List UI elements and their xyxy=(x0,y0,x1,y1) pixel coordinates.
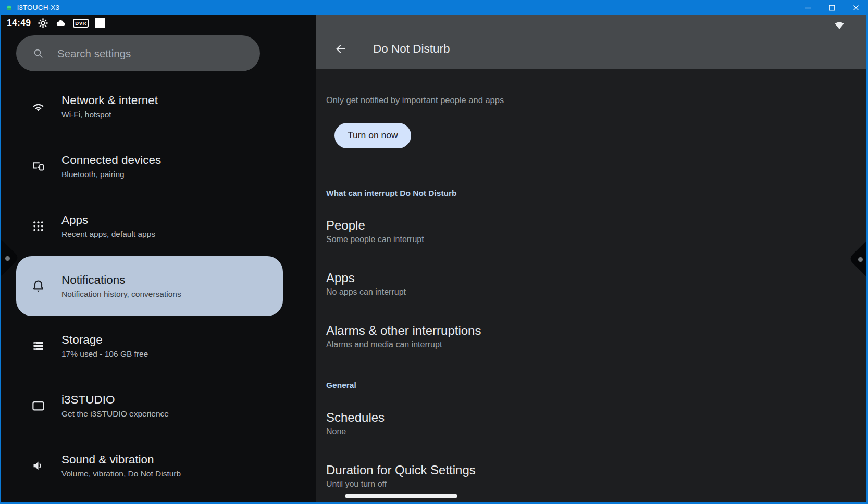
search-placeholder: Search settings xyxy=(57,47,131,60)
section-header: General xyxy=(326,380,866,390)
status-time: 14:49 xyxy=(7,18,31,29)
sidebar-item-sublabel: 17% used - 106 GB free xyxy=(61,349,148,359)
sidebar-item-label: Apps xyxy=(61,213,155,227)
wifi-signal-icon xyxy=(834,19,845,31)
white-square-icon xyxy=(95,18,105,28)
android-screen: 14:49 DVR Search settings Network & inte… xyxy=(1,15,866,502)
settings-item-label: Alarms & other interruptions xyxy=(326,322,866,339)
left-edge-handle-dot-icon xyxy=(5,256,10,261)
wifi-icon xyxy=(31,99,45,114)
sidebar-item-label: Notifications xyxy=(61,273,181,287)
settings-item-sublabel: No apps can interrupt xyxy=(326,286,866,298)
apps-grid-icon xyxy=(31,219,45,233)
storage-icon xyxy=(31,339,45,353)
dnd-detail-pane: Do Not Disturb Only get notified by impo… xyxy=(316,15,866,502)
settings-gear-icon xyxy=(38,18,48,29)
sidebar-item-storage[interactable]: Storage 17% used - 106 GB free xyxy=(1,316,316,376)
settings-item-sublabel: Until you turn off xyxy=(326,478,866,490)
search-settings-input[interactable]: Search settings xyxy=(16,35,260,71)
settings-item-people[interactable]: People Some people can interrupt xyxy=(326,217,866,245)
sidebar-item-sublabel: Recent apps, default apps xyxy=(61,229,155,239)
settings-item-sublabel: Some people can interrupt xyxy=(326,234,866,245)
sidebar-item-label: Storage xyxy=(61,333,148,347)
back-arrow-icon[interactable] xyxy=(334,43,347,55)
sidebar-item-apps[interactable]: Apps Recent apps, default apps xyxy=(1,196,316,256)
settings-item-label: Duration for Quick Settings xyxy=(326,462,866,478)
sidebar-item-sublabel: Bluetooth, pairing xyxy=(61,169,161,179)
settings-item-schedules[interactable]: Schedules None xyxy=(326,409,866,437)
sidebar-item-label: Sound & vibration xyxy=(61,453,181,467)
sidebar-item-network-internet[interactable]: Network & internet Wi-Fi, hotspot xyxy=(1,77,316,136)
minimize-button[interactable] xyxy=(796,0,820,15)
search-icon xyxy=(32,47,44,59)
sidebar-item-sublabel: Wi-Fi, hotspot xyxy=(61,109,158,119)
settings-item-apps[interactable]: Apps No apps can interrupt xyxy=(326,270,866,298)
sidebar-item-sound-vibration[interactable]: Sound & vibration Volume, vibration, Do … xyxy=(1,436,316,496)
settings-item-label: Schedules xyxy=(326,409,866,426)
titlebar-left: i3TOUCH-X3 xyxy=(0,3,59,12)
section-general: General Schedules None Duration for Quic… xyxy=(316,380,866,490)
close-icon xyxy=(853,5,859,11)
minimize-icon xyxy=(805,5,811,11)
window-border-left xyxy=(0,15,1,504)
window-title: i3TOUCH-X3 xyxy=(17,4,59,11)
bell-icon xyxy=(31,279,45,293)
settings-item-label: People xyxy=(326,217,866,234)
settings-item-alarms-other-interruptions[interactable]: Alarms & other interruptions Alarms and … xyxy=(326,322,866,350)
sidebar-item-label: Network & internet xyxy=(61,94,158,107)
maximize-icon xyxy=(829,5,835,11)
dvr-status-badge: DVR xyxy=(73,19,89,28)
detail-body: Only get notified by important people an… xyxy=(316,69,866,502)
section-what-can-interrupt-do-not-disturb: What can interrupt Do Not Disturb People… xyxy=(316,188,866,350)
detail-header: Do Not Disturb xyxy=(316,15,866,69)
sidebar-item-sublabel: Notification history, conversations xyxy=(61,289,181,299)
window-controls xyxy=(796,0,868,15)
cloud-icon xyxy=(55,18,66,29)
sidebar-item-sublabel: Volume, vibration, Do Not Disturb xyxy=(61,469,181,478)
sidebar-item-label: i3STUDIO xyxy=(61,393,169,407)
close-button[interactable] xyxy=(844,0,868,15)
settings-nav-list: Network & internet Wi-Fi, hotspot Connec… xyxy=(1,77,316,496)
window-titlebar: i3TOUCH-X3 xyxy=(0,0,868,15)
sidebar-item-label: Connected devices xyxy=(61,154,161,167)
sidebar-item-connected-devices[interactable]: Connected devices Bluetooth, pairing xyxy=(1,136,316,196)
turn-on-now-button[interactable]: Turn on now xyxy=(334,123,411,148)
settings-item-sublabel: Alarms and media can interrupt xyxy=(326,339,866,350)
display-icon xyxy=(31,399,45,413)
page-title: Do Not Disturb xyxy=(373,42,450,56)
settings-item-duration-for-quick-settings[interactable]: Duration for Quick Settings Until you tu… xyxy=(326,462,866,490)
maximize-button[interactable] xyxy=(820,0,844,15)
android-status-bar: 14:49 DVR xyxy=(1,15,316,31)
section-header: What can interrupt Do Not Disturb xyxy=(326,188,866,198)
settings-item-label: Apps xyxy=(326,270,866,286)
android-logo-icon xyxy=(5,3,14,12)
scroll-indicator[interactable] xyxy=(345,494,457,498)
settings-sidebar: 14:49 DVR Search settings Network & inte… xyxy=(1,15,316,502)
sidebar-item-i3studio[interactable]: i3STUDIO Get the i3STUDIO experience xyxy=(1,376,316,436)
devices-icon xyxy=(31,159,45,173)
dnd-sections: What can interrupt Do Not Disturb People… xyxy=(316,188,866,490)
settings-item-sublabel: None xyxy=(326,426,866,437)
dnd-description: Only get notified by important people an… xyxy=(326,94,866,106)
sidebar-item-sublabel: Get the i3STUDIO experience xyxy=(61,409,169,419)
speaker-icon xyxy=(31,459,45,473)
right-edge-handle-dot-icon xyxy=(858,257,863,262)
sidebar-item-notifications[interactable]: Notifications Notification history, conv… xyxy=(16,256,283,316)
